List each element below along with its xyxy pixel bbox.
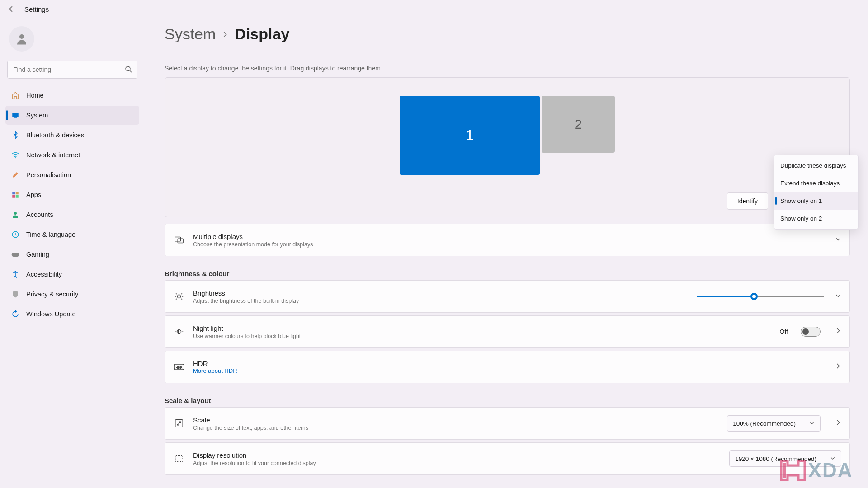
svg-line-3 bbox=[130, 70, 132, 72]
instruction-text: Select a display to change the settings … bbox=[165, 65, 850, 72]
nav-label: Apps bbox=[26, 191, 41, 198]
card-title: Brightness bbox=[193, 289, 689, 297]
bluetooth-icon bbox=[11, 131, 20, 140]
accessibility-icon bbox=[11, 270, 20, 279]
sidebar-item-bluetooth[interactable]: Bluetooth & devices bbox=[5, 126, 139, 145]
nav-label: Home bbox=[26, 92, 44, 99]
person-icon bbox=[11, 210, 20, 219]
arrow-left-icon bbox=[8, 5, 15, 13]
scale-card[interactable]: Scale Change the size of text, apps, and… bbox=[165, 407, 850, 440]
sidebar-item-network[interactable]: Network & internet bbox=[5, 145, 139, 164]
titlebar: Settings bbox=[0, 0, 868, 18]
sidebar-item-accessibility[interactable]: Accessibility bbox=[5, 265, 139, 284]
wifi-icon bbox=[11, 150, 20, 160]
hdr-card[interactable]: HDR HDR More about HDR bbox=[165, 351, 850, 383]
nav-label: Time & language bbox=[26, 231, 75, 238]
svg-point-11 bbox=[14, 212, 17, 215]
chevron-right-icon bbox=[835, 419, 841, 427]
clock-icon bbox=[11, 230, 20, 239]
nav-label: Accounts bbox=[26, 211, 53, 218]
dropdown-option-duplicate[interactable]: Duplicate these displays bbox=[774, 157, 858, 174]
nav-label: Privacy & security bbox=[26, 291, 78, 298]
monitor-1[interactable]: 1 bbox=[400, 96, 540, 175]
dropdown-option-show2[interactable]: Show only on 2 bbox=[774, 210, 858, 227]
search-input[interactable] bbox=[7, 61, 137, 79]
monitor-2[interactable]: 2 bbox=[542, 96, 615, 153]
svg-point-2 bbox=[126, 66, 130, 71]
sidebar: Home System Bluetooth & devices Network … bbox=[0, 18, 145, 488]
sidebar-item-time[interactable]: Time & language bbox=[5, 225, 139, 244]
card-title: Night light bbox=[193, 324, 772, 332]
user-icon bbox=[15, 32, 28, 46]
svg-point-1 bbox=[19, 34, 24, 39]
sidebar-item-home[interactable]: Home bbox=[5, 86, 139, 105]
breadcrumb-current: Display bbox=[235, 25, 289, 43]
nightlight-toggle[interactable] bbox=[801, 327, 821, 337]
svg-rect-9 bbox=[12, 195, 15, 198]
chevron-down-icon bbox=[835, 292, 841, 300]
chevron-right-icon bbox=[222, 31, 228, 38]
brightness-card[interactable]: Brightness Adjust the brightness of the … bbox=[165, 280, 850, 313]
brush-icon bbox=[11, 170, 20, 179]
chevron-down-icon bbox=[809, 420, 815, 427]
resolution-icon bbox=[173, 453, 185, 465]
svg-line-24 bbox=[181, 299, 182, 300]
sidebar-item-personalisation[interactable]: Personalisation bbox=[5, 165, 139, 184]
svg-point-18 bbox=[177, 295, 180, 298]
nightlight-card[interactable]: Night light Use warmer colours to help b… bbox=[165, 315, 850, 348]
home-icon bbox=[11, 91, 20, 100]
card-subtitle: Use warmer colours to help block blue li… bbox=[193, 333, 772, 339]
svg-rect-13 bbox=[12, 253, 19, 257]
window-title: Settings bbox=[24, 5, 49, 13]
svg-line-25 bbox=[176, 299, 177, 300]
sidebar-item-privacy[interactable]: Privacy & security bbox=[5, 285, 139, 304]
dropdown-option-show1[interactable]: Show only on 1 bbox=[774, 192, 858, 210]
hdr-link[interactable]: More about HDR bbox=[193, 367, 827, 374]
brightness-slider[interactable] bbox=[697, 296, 824, 297]
svg-text:HDR: HDR bbox=[175, 366, 182, 369]
scale-select[interactable]: 100% (Recommended) bbox=[727, 415, 821, 432]
identify-button[interactable]: Identify bbox=[727, 192, 768, 210]
breadcrumb: System Display bbox=[165, 25, 850, 43]
svg-point-6 bbox=[15, 157, 16, 158]
nightlight-icon bbox=[173, 326, 185, 338]
svg-text:XDA: XDA bbox=[808, 459, 853, 481]
svg-rect-35 bbox=[175, 456, 183, 462]
svg-rect-8 bbox=[16, 192, 19, 194]
dropdown-option-extend[interactable]: Extend these displays bbox=[774, 174, 858, 192]
sidebar-item-update[interactable]: Windows Update bbox=[5, 305, 139, 324]
sidebar-item-system[interactable]: System bbox=[5, 106, 139, 125]
system-icon bbox=[11, 111, 20, 120]
nav-label: Bluetooth & devices bbox=[26, 131, 84, 139]
card-title: Scale bbox=[193, 416, 719, 424]
shield-icon bbox=[11, 290, 20, 299]
card-title: HDR bbox=[193, 360, 827, 367]
display-arrangement-box: 1 2 Identify Duplicate these displays Ex… bbox=[165, 77, 850, 217]
back-button[interactable] bbox=[6, 4, 16, 14]
apps-icon bbox=[11, 190, 20, 199]
multiple-displays-card[interactable]: Multiple displays Choose the presentatio… bbox=[165, 224, 850, 256]
svg-rect-5 bbox=[14, 117, 17, 118]
search-wrap bbox=[7, 61, 137, 79]
breadcrumb-parent[interactable]: System bbox=[165, 25, 216, 43]
sidebar-item-accounts[interactable]: Accounts bbox=[5, 205, 139, 224]
svg-line-23 bbox=[176, 293, 177, 294]
toggle-state: Off bbox=[780, 328, 788, 335]
svg-point-14 bbox=[15, 271, 16, 272]
sidebar-item-gaming[interactable]: Gaming bbox=[5, 245, 139, 264]
avatar[interactable] bbox=[9, 26, 34, 52]
arrangement-dropdown-menu: Duplicate these displays Extend these di… bbox=[774, 155, 859, 230]
svg-line-26 bbox=[181, 293, 182, 294]
slider-thumb[interactable] bbox=[750, 293, 758, 300]
brightness-icon bbox=[173, 291, 185, 302]
search-icon bbox=[125, 66, 132, 75]
gamepad-icon bbox=[11, 250, 20, 259]
resolution-card[interactable]: Display resolution Adjust the resolution… bbox=[165, 442, 850, 475]
sidebar-item-apps[interactable]: Apps bbox=[5, 185, 139, 204]
hdr-icon: HDR bbox=[173, 361, 185, 373]
nav-label: Gaming bbox=[26, 251, 49, 258]
nav-label: System bbox=[26, 112, 48, 119]
minimize-button[interactable] bbox=[849, 5, 857, 13]
card-title: Multiple displays bbox=[193, 233, 827, 240]
nav-label: Network & internet bbox=[26, 151, 80, 159]
